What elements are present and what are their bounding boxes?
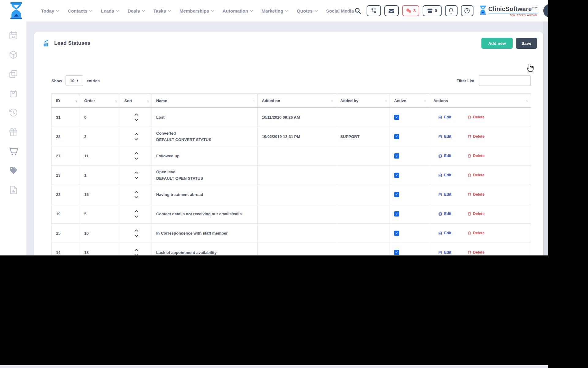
nav-item-tasks[interactable]: Tasks — [153, 8, 171, 13]
nav-item-memberships[interactable]: Memberships — [179, 8, 214, 13]
cell-id: 31 — [56, 115, 60, 120]
edit-link[interactable]: Edit — [438, 192, 451, 197]
show-label: Show — [51, 79, 62, 83]
delete-link[interactable]: Delete — [467, 212, 485, 216]
nav-item-label: Tasks — [153, 8, 166, 13]
clinicsoftware-hourglass-logo[interactable] — [9, 2, 23, 20]
delete-link[interactable]: Delete — [467, 173, 485, 177]
nav-item-deals[interactable]: Deals — [128, 8, 145, 13]
column-header-added-on[interactable]: Added on↑↓ — [258, 94, 336, 108]
delete-link[interactable]: Delete — [467, 192, 485, 197]
active-checkbox[interactable]: ✓ — [394, 134, 399, 139]
report-document-icon[interactable] — [9, 185, 18, 195]
cell-id: 28 — [56, 134, 60, 139]
calendar-icon[interactable]: 12 — [9, 31, 18, 40]
edit-link[interactable]: Edit — [438, 212, 451, 216]
cart-icon[interactable] — [9, 147, 18, 156]
edit-pencil-icon — [438, 173, 443, 177]
move-up-button[interactable] — [134, 133, 138, 135]
cell-id: 15 — [56, 231, 60, 236]
edit-link[interactable]: Edit — [438, 231, 451, 235]
active-checkbox[interactable]: ✓ — [394, 211, 399, 217]
edit-pencil-icon — [438, 212, 443, 216]
move-up-button[interactable] — [134, 171, 138, 174]
store-button[interactable]: 0 — [423, 5, 442, 16]
delete-link[interactable]: Delete — [467, 231, 485, 235]
page-size-select[interactable]: 10 ▲▼ — [66, 75, 83, 86]
column-header-name[interactable]: Name↑↓ — [152, 94, 258, 108]
move-up-button[interactable] — [134, 229, 138, 232]
gift-icon[interactable] — [9, 127, 18, 137]
nav-item-leads[interactable]: Leads — [101, 8, 119, 13]
notifications-button[interactable] — [445, 5, 458, 16]
logo-tagline: TEN STEPS AHEAD — [510, 14, 537, 16]
edit-pencil-icon — [438, 134, 443, 139]
edit-link[interactable]: Edit — [438, 154, 451, 158]
move-down-button[interactable] — [134, 157, 138, 160]
help-button[interactable]: ? — [461, 5, 473, 16]
column-header-sort[interactable]: Sort↑↓ — [120, 94, 152, 108]
active-checkbox[interactable]: ✓ — [394, 173, 399, 178]
nav-item-social-media[interactable]: Social Media — [326, 8, 354, 13]
move-down-button[interactable] — [134, 196, 138, 198]
nav-item-contacts[interactable]: Contacts — [68, 8, 92, 13]
column-header-added-by[interactable]: Added by↑↓ — [336, 94, 390, 108]
history-icon[interactable] — [9, 108, 18, 117]
filter-label: Filter List — [456, 79, 474, 83]
duplicate-pages-icon[interactable] — [9, 69, 18, 79]
move-down-button[interactable] — [134, 235, 138, 237]
move-down-button[interactable] — [134, 254, 138, 256]
move-up-button[interactable] — [134, 191, 138, 193]
delete-link[interactable]: Delete — [467, 134, 485, 139]
move-up-button[interactable] — [134, 249, 138, 251]
question-icon: ? — [464, 8, 470, 14]
cell-name: Converted — [156, 131, 254, 136]
move-up-button[interactable] — [134, 210, 138, 213]
active-checkbox[interactable]: ✓ — [394, 115, 399, 120]
nav-item-quotes[interactable]: Quotes — [297, 8, 318, 13]
active-checkbox[interactable]: ✓ — [394, 192, 399, 197]
nav-item-today[interactable]: Today — [41, 8, 59, 13]
save-button[interactable]: Save — [516, 38, 537, 49]
edit-link[interactable]: Edit — [438, 134, 451, 139]
active-checkbox[interactable]: ✓ — [394, 153, 399, 159]
edit-link[interactable]: Edit — [438, 250, 451, 255]
add-new-button[interactable]: Add new — [481, 38, 513, 49]
cell-order: 1 — [84, 173, 86, 178]
inbox-button[interactable] — [384, 5, 399, 16]
column-header-id[interactable]: ID↑↓ — [52, 94, 80, 108]
column-header-actions[interactable]: Actions↑↓ — [429, 94, 531, 108]
nav-item-automation[interactable]: Automation — [223, 8, 253, 13]
edit-link[interactable]: Edit — [438, 115, 451, 119]
chat-button[interactable]: 3 — [402, 5, 419, 16]
column-header-active[interactable]: Active↑↓ — [390, 94, 429, 108]
delete-link[interactable]: Delete — [467, 154, 485, 158]
user-avatar[interactable] — [543, 4, 548, 17]
active-checkbox[interactable]: ✓ — [394, 231, 399, 236]
move-down-button[interactable] — [134, 138, 138, 140]
chevron-down-icon — [56, 10, 59, 12]
cell-id: 23 — [56, 173, 60, 178]
search-icon[interactable] — [354, 7, 361, 14]
scrollbar[interactable] — [543, 21, 548, 255]
nav-item-marketing[interactable]: Marketing — [262, 8, 288, 13]
delete-link[interactable]: Delete — [467, 115, 485, 119]
move-up-button[interactable] — [134, 113, 138, 116]
move-up-button[interactable] — [134, 152, 138, 155]
products-cube-icon[interactable] — [9, 50, 18, 59]
phone-button[interactable] — [367, 5, 381, 16]
move-down-button[interactable] — [134, 177, 138, 179]
price-tags-icon[interactable] — [9, 166, 18, 175]
filter-input[interactable] — [479, 75, 531, 86]
clinicsoftware-wordmark[interactable]: ClinicSoftware .com TEN STEPS AHEAD — [479, 6, 537, 16]
chevron-down-icon — [315, 10, 318, 12]
move-down-button[interactable] — [134, 215, 138, 218]
delete-link[interactable]: Delete — [467, 250, 485, 255]
edit-link[interactable]: Edit — [438, 173, 451, 177]
move-down-button[interactable] — [134, 119, 138, 121]
column-header-order[interactable]: Order↑↓ — [80, 94, 120, 108]
edit-pencil-icon — [438, 115, 443, 119]
main-content: Lead Statuses Add new Save Show 10 ▲▼ en… — [26, 21, 548, 255]
basket-icon[interactable] — [9, 89, 18, 98]
active-checkbox[interactable]: ✓ — [394, 250, 399, 255]
